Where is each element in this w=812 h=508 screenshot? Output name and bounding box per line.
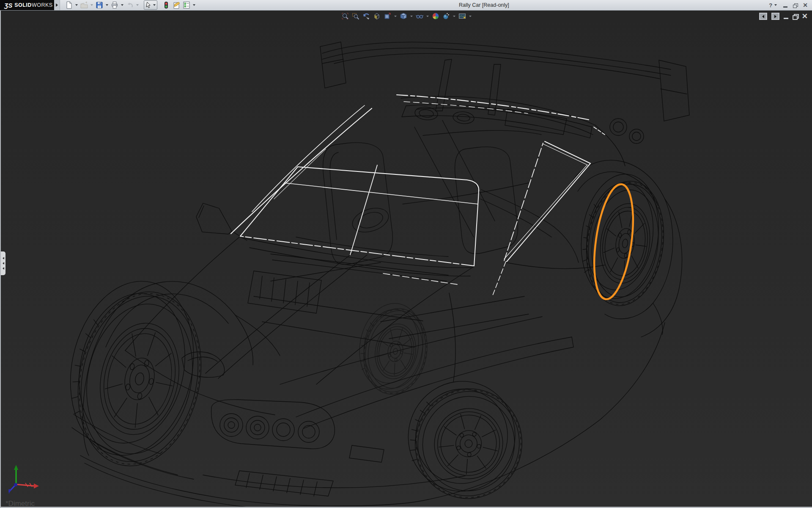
collapse-arrow-icon bbox=[3, 257, 4, 260]
options-icon bbox=[182, 1, 191, 9]
document-minimize-button[interactable] bbox=[784, 18, 788, 19]
section-view-icon bbox=[373, 12, 381, 20]
title-bar: ƷS SOLID WORKS bbox=[0, 0, 812, 11]
print-icon bbox=[110, 1, 119, 9]
zoom-to-area-button[interactable] bbox=[351, 12, 360, 20]
close-button[interactable]: ✕ bbox=[803, 2, 808, 8]
rear-left-wheel[interactable] bbox=[352, 298, 435, 400]
document-restore-button[interactable] bbox=[793, 14, 798, 19]
solidworks-logo: ƷS SOLID WORKS bbox=[0, 0, 54, 10]
rear-wing[interactable] bbox=[320, 42, 689, 138]
front-left-wheel[interactable] bbox=[53, 270, 219, 478]
help-button[interactable]: ? bbox=[769, 1, 778, 9]
show-right-pane-button[interactable] bbox=[771, 13, 779, 20]
restore-button[interactable] bbox=[793, 3, 797, 7]
display-style-button[interactable] bbox=[399, 12, 408, 20]
graphics-viewport[interactable]: ✕ *Dimetric bbox=[0, 10, 812, 508]
main-toolbar bbox=[64, 0, 196, 10]
collapse-arrow-icon bbox=[3, 267, 4, 270]
undo-icon bbox=[126, 1, 134, 9]
options-button[interactable] bbox=[182, 1, 191, 9]
left-pane-arrow-icon bbox=[762, 15, 764, 18]
apply-scene-icon bbox=[442, 12, 450, 20]
view-settings-button[interactable] bbox=[458, 12, 466, 20]
apply-scene-dropdown[interactable] bbox=[453, 16, 456, 17]
zoom-to-area-icon bbox=[352, 12, 359, 20]
print-dropdown[interactable] bbox=[120, 1, 124, 9]
highlighted-sketch-edges[interactable] bbox=[231, 95, 605, 296]
edit-appearance-icon bbox=[432, 12, 439, 20]
graphics-area[interactable] bbox=[0, 10, 812, 508]
help-dropdown[interactable] bbox=[774, 1, 778, 9]
view-orientation-dropdown[interactable] bbox=[394, 16, 397, 17]
rebuild-button[interactable] bbox=[162, 1, 171, 9]
view-settings-dropdown[interactable] bbox=[469, 16, 472, 17]
file-properties-button[interactable] bbox=[172, 1, 181, 9]
zoom-to-fit-button[interactable] bbox=[341, 12, 349, 20]
open-dropdown[interactable] bbox=[90, 1, 94, 9]
edit-appearance-button[interactable] bbox=[431, 12, 440, 20]
logo-solid: SOLID bbox=[14, 2, 32, 8]
rebuild-traffic-light-icon bbox=[162, 1, 170, 9]
new-document-dropdown[interactable] bbox=[74, 1, 79, 9]
zoom-to-fit-icon bbox=[341, 12, 349, 20]
save-button[interactable] bbox=[95, 1, 104, 9]
view-orientation-button[interactable] bbox=[383, 12, 392, 20]
undo-button[interactable] bbox=[125, 1, 134, 9]
minimize-button[interactable] bbox=[783, 6, 787, 8]
display-style-dropdown[interactable] bbox=[410, 16, 413, 17]
collapse-arrow-icon bbox=[3, 262, 4, 265]
heads-up-view-toolbar bbox=[341, 12, 472, 20]
show-left-pane-button[interactable] bbox=[759, 13, 767, 20]
view-settings-icon bbox=[458, 12, 466, 20]
document-window-controls: ✕ bbox=[759, 13, 808, 20]
menu-expander-button[interactable] bbox=[54, 0, 60, 10]
select-tool-dropdown[interactable] bbox=[152, 1, 156, 9]
file-properties-icon bbox=[172, 1, 181, 9]
undo-dropdown[interactable] bbox=[135, 1, 140, 9]
options-dropdown[interactable] bbox=[192, 1, 196, 9]
new-document-button[interactable] bbox=[64, 1, 74, 9]
new-document-icon bbox=[65, 1, 73, 9]
help-icon: ? bbox=[769, 2, 772, 8]
document-close-button[interactable]: ✕ bbox=[802, 14, 808, 19]
right-arrow-icon bbox=[56, 3, 58, 7]
open-icon bbox=[80, 1, 88, 9]
display-style-icon bbox=[400, 12, 407, 20]
print-button[interactable] bbox=[110, 1, 119, 9]
rear-right-wheel[interactable] bbox=[573, 169, 672, 311]
select-tool-button[interactable] bbox=[144, 0, 157, 10]
window-title: Rally Car [Read-only] bbox=[459, 2, 509, 8]
view-orientation-icon bbox=[384, 12, 391, 20]
collapsed-feature-panel-tab[interactable] bbox=[1, 251, 5, 275]
save-icon bbox=[95, 1, 104, 9]
reference-triad bbox=[8, 465, 39, 494]
previous-view-button[interactable] bbox=[362, 12, 370, 20]
save-dropdown[interactable] bbox=[105, 1, 109, 9]
hide-show-items-button[interactable] bbox=[415, 12, 424, 20]
previous-view-icon bbox=[362, 12, 370, 20]
hide-show-items-icon bbox=[416, 12, 423, 20]
right-pane-arrow-icon bbox=[774, 15, 776, 18]
open-button[interactable] bbox=[80, 1, 89, 9]
apply-scene-button[interactable] bbox=[442, 12, 450, 20]
window-controls: ? ✕ bbox=[769, 1, 808, 9]
section-view-button[interactable] bbox=[373, 12, 381, 20]
logo-works: WORKS bbox=[32, 2, 53, 8]
hide-show-items-dropdown[interactable] bbox=[426, 16, 429, 17]
light-pod-grille[interactable] bbox=[211, 400, 384, 462]
logo-mark: ƷS bbox=[4, 2, 12, 9]
side-mirror[interactable] bbox=[196, 203, 247, 240]
select-cursor-icon bbox=[145, 1, 152, 9]
front-right-wheel[interactable] bbox=[395, 370, 535, 508]
